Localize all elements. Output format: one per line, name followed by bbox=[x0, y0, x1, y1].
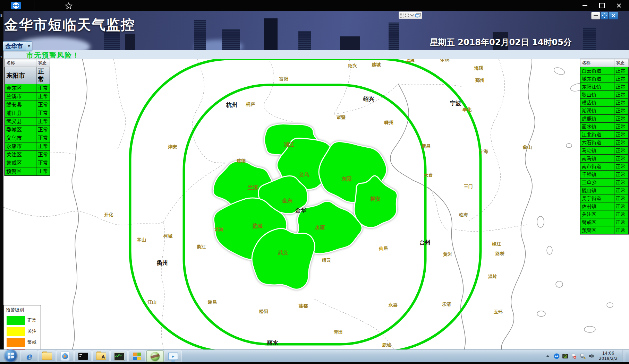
legend-title: 预警级别 bbox=[4, 305, 41, 314]
taskbar-system-monitor[interactable] bbox=[110, 350, 128, 362]
show-desktop-button[interactable] bbox=[622, 350, 626, 362]
taskbar-clock[interactable]: 14:06 2018/2/2 bbox=[597, 351, 620, 361]
table-row[interactable]: 兰溪市正常 bbox=[5, 92, 50, 101]
system-tray: 14:06 2018/2/2 bbox=[545, 350, 626, 362]
titlebar-separator bbox=[34, 1, 34, 10]
table-row[interactable]: 千祥镇正常 bbox=[580, 171, 629, 179]
map-label: 玉环 bbox=[494, 309, 503, 315]
table-row[interactable]: 画水镇正常 bbox=[580, 123, 629, 131]
table-row[interactable]: 永康市正常 bbox=[5, 142, 50, 150]
map-label: 缙云 bbox=[322, 257, 331, 263]
clock-date: 2018/2/2 bbox=[599, 356, 618, 361]
table-row[interactable]: 金东区正常 bbox=[5, 84, 50, 92]
table-row[interactable]: 六石街道正常 bbox=[580, 139, 629, 147]
table-row[interactable]: 婺城区正常 bbox=[5, 125, 50, 134]
tray-volume-icon[interactable] bbox=[588, 353, 594, 359]
map-label: 柯城 bbox=[163, 233, 172, 239]
column-header-status[interactable]: 状态 bbox=[36, 59, 50, 67]
table-row[interactable]: 预警区正常 bbox=[5, 167, 50, 175]
city-selector-dropdown[interactable]: 金华市 ▼ bbox=[3, 41, 32, 51]
column-header-name[interactable]: 名称 bbox=[5, 59, 36, 67]
map-label: 温岭 bbox=[488, 274, 497, 280]
taskbar-media-viewer[interactable]: ▶ bbox=[164, 350, 182, 362]
table-row[interactable]: 南马镇正常 bbox=[580, 155, 629, 163]
table-row[interactable]: 南市街道正常 bbox=[580, 163, 629, 171]
table-row[interactable]: 关注区正常 bbox=[5, 150, 50, 159]
county-region-武义[interactable] bbox=[252, 228, 315, 289]
map-label: 开化 bbox=[104, 212, 113, 218]
map-label: 乐清 bbox=[442, 301, 451, 307]
taskbar-weather-app-active[interactable] bbox=[146, 350, 164, 362]
fullscreen-icon[interactable] bbox=[405, 13, 409, 18]
dropdown-arrow-icon[interactable]: ▼ bbox=[26, 42, 32, 51]
windows-logo-icon bbox=[8, 353, 14, 359]
table-row[interactable]: 武义县正常 bbox=[5, 117, 50, 125]
window-minimize-button[interactable] bbox=[577, 0, 593, 11]
table-row[interactable]: 歌山镇正常 bbox=[580, 91, 629, 99]
taskbar-colored-squares-app[interactable] bbox=[128, 350, 146, 362]
screen-bottom-edge bbox=[0, 362, 629, 364]
taskbar-media-player[interactable] bbox=[56, 350, 74, 362]
town-status-table: 名称 状态 白云街道正常城东街道正常东阳江镇正常歌山镇正常横店镇正常湖溪镇正常虎… bbox=[580, 59, 629, 234]
table-row[interactable]: 横店镇正常 bbox=[580, 99, 629, 107]
command-prompt-icon bbox=[78, 353, 88, 360]
column-header-status[interactable]: 状态 bbox=[614, 59, 629, 67]
tray-teamviewer-icon[interactable] bbox=[553, 353, 560, 359]
app-minimize-button[interactable] bbox=[591, 12, 600, 19]
taskbar-file-explorer[interactable] bbox=[38, 350, 56, 362]
city-selector-value[interactable]: 金华市 bbox=[3, 42, 26, 51]
table-row[interactable]: 东阳市正常 bbox=[5, 67, 50, 84]
table-row[interactable]: 白云街道正常 bbox=[580, 67, 629, 75]
header-datetime: 星期五 2018年02月02日 14时05分 bbox=[430, 37, 572, 48]
chevron-down-icon[interactable] bbox=[410, 14, 414, 17]
table-row[interactable]: 虎鹿镇正常 bbox=[580, 115, 629, 123]
table-row[interactable]: 预警区正常 bbox=[580, 226, 629, 234]
taskbar-command-prompt[interactable] bbox=[74, 350, 92, 362]
table-row[interactable]: 城东街道正常 bbox=[580, 75, 629, 83]
alert-status-message: 市无预警风险！ bbox=[26, 51, 80, 60]
table-row[interactable]: 义乌市正常 bbox=[5, 134, 50, 142]
tray-expand-arrow[interactable] bbox=[545, 353, 551, 359]
folder-icon bbox=[42, 353, 52, 360]
map-label: 黄岩 bbox=[443, 251, 452, 258]
table-row[interactable]: 佐村镇正常 bbox=[580, 202, 629, 210]
taskbar-internet-explorer[interactable]: e bbox=[20, 350, 37, 362]
tray-network-warning-icon[interactable] bbox=[579, 353, 586, 359]
province-map: 富阳桐庐淳安建德绍兴越城上虞余姚海曙鄞州北仑奉化宁海象山诸暨嵊州新昌天台三门临海… bbox=[3, 50, 629, 349]
table-row[interactable]: 东阳江镇正常 bbox=[580, 83, 629, 91]
window-maximize-button[interactable] bbox=[594, 0, 610, 11]
table-row[interactable]: 吴宁街道正常 bbox=[580, 194, 629, 202]
monitor-icon[interactable] bbox=[415, 13, 421, 18]
app-close-button[interactable] bbox=[609, 12, 618, 19]
remote-session-toolbar[interactable] bbox=[399, 11, 422, 19]
legend-item: 警戒 bbox=[7, 338, 41, 347]
table-row[interactable]: 警戒区正常 bbox=[5, 159, 50, 167]
table-row[interactable]: 磐安县正常 bbox=[5, 101, 50, 109]
table-row[interactable]: 关注区正常 bbox=[580, 210, 629, 218]
table-row[interactable]: 警戒区正常 bbox=[580, 218, 629, 226]
table-row[interactable]: 马宅镇正常 bbox=[580, 147, 629, 155]
window-close-button[interactable] bbox=[611, 0, 627, 11]
table-row[interactable]: 三单乡正常 bbox=[580, 179, 629, 187]
tray-action-center-flag[interactable] bbox=[571, 353, 577, 359]
start-button[interactable] bbox=[4, 349, 17, 362]
table-row[interactable]: 江北街道正常 bbox=[580, 131, 629, 139]
building-silhouette bbox=[298, 31, 311, 50]
legend-item: 关注 bbox=[7, 327, 41, 336]
map-label: 松阳 bbox=[259, 309, 268, 315]
map-label: 临海 bbox=[459, 212, 468, 218]
map-canvas bbox=[3, 50, 629, 349]
teamviewer-icon[interactable] bbox=[10, 1, 22, 10]
column-header-name[interactable]: 名称 bbox=[580, 59, 614, 67]
drag-handle-icon[interactable] bbox=[400, 13, 404, 18]
map-label: 金东 bbox=[282, 198, 292, 204]
table-row[interactable]: 湖溪镇正常 bbox=[580, 107, 629, 115]
taskbar-dev-folder[interactable]: A bbox=[92, 350, 110, 362]
map-label: 东阳 bbox=[341, 176, 352, 182]
table-row[interactable]: 浦江县正常 bbox=[5, 109, 50, 117]
map-label: 龙游 bbox=[214, 226, 223, 233]
table-row[interactable]: 巍山镇正常 bbox=[580, 187, 629, 194]
tray-nvidia-icon[interactable] bbox=[562, 353, 568, 359]
favorites-star-icon[interactable] bbox=[65, 2, 73, 10]
app-resize-button[interactable] bbox=[601, 12, 608, 19]
